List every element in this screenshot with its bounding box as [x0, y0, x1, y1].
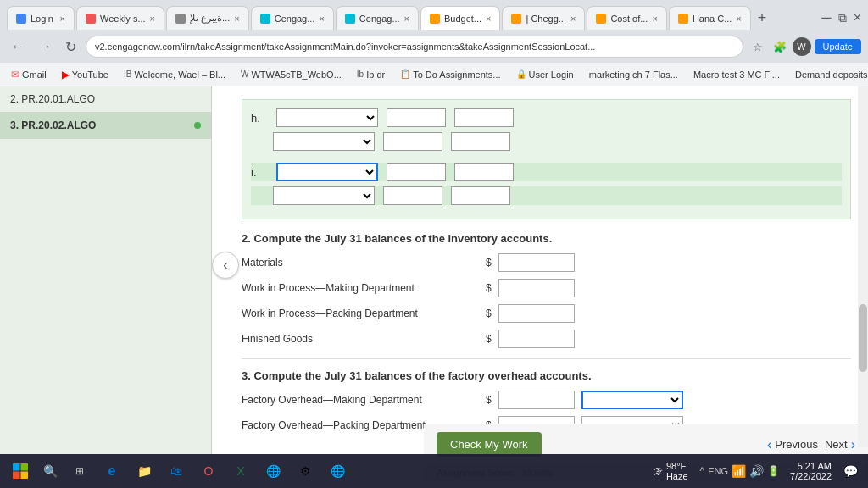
- row-i2-input1[interactable]: [383, 186, 442, 205]
- clock-date: 7/22/2022: [790, 471, 832, 481]
- row-h2-input2[interactable]: [451, 132, 510, 151]
- taskbar-folder[interactable]: 📁: [131, 458, 158, 485]
- tab-close-cost[interactable]: ×: [652, 14, 657, 24]
- taskbar-office[interactable]: O: [195, 458, 222, 485]
- tab-arabic[interactable]: ةيبرع ىلإ... ×: [166, 6, 249, 30]
- profile-icon[interactable]: W: [793, 37, 811, 56]
- row-i2: [251, 186, 842, 205]
- tab-close-login[interactable]: ×: [60, 14, 65, 24]
- back-button[interactable]: ←: [7, 37, 29, 56]
- row-i-dropdown1[interactable]: [276, 163, 378, 181]
- wifi-icon[interactable]: 📶: [732, 464, 746, 478]
- row-h-dropdown1[interactable]: [276, 108, 378, 127]
- tab-login-label: Login: [31, 14, 53, 24]
- forward-button[interactable]: →: [34, 37, 56, 56]
- weather-icon: 🌫: [654, 466, 663, 476]
- address-input[interactable]: [86, 36, 743, 58]
- wip-packing-input[interactable]: [498, 304, 575, 323]
- notification-button[interactable]: 💬: [840, 464, 861, 478]
- start-button[interactable]: [7, 458, 34, 485]
- bookmark-ib[interactable]: Ib Ib dr: [353, 68, 389, 81]
- fo-making-label: Factory Overhead—Making Department: [242, 394, 479, 406]
- row-i-dropdown2[interactable]: [273, 186, 375, 205]
- section3-title: 3. Compute the July 31 balances of the f…: [242, 369, 851, 382]
- tab-cost[interactable]: Cost of... ×: [587, 6, 666, 30]
- sidebar-item-pr2001-label: 2. PR.20.01.ALGO: [10, 93, 95, 105]
- scrollbar[interactable]: [858, 86, 868, 447]
- bookmark-demand[interactable]: Demand deposits a...: [791, 68, 868, 81]
- wip-making-input[interactable]: [498, 279, 575, 297]
- row-h2: [251, 132, 842, 151]
- wip-packing-row: Work in Process—Packing Department $: [242, 304, 851, 323]
- row-h-input2[interactable]: [454, 108, 514, 127]
- taskbar-edge[interactable]: e: [98, 458, 125, 485]
- tab-login[interactable]: Login ×: [7, 6, 75, 30]
- tab-close-weekly[interactable]: ×: [150, 14, 155, 24]
- tab-budget[interactable]: Budget... ×: [420, 6, 500, 30]
- tab-chegg[interactable]: | Chegg... ×: [502, 6, 585, 30]
- bookmark-gmail[interactable]: ✉ Gmail: [7, 67, 51, 82]
- bookmark-welcome[interactable]: IB Welcome, Wael – Bl...: [120, 68, 230, 81]
- row-h-dropdown2[interactable]: [273, 132, 375, 151]
- row-h2-input1[interactable]: [383, 132, 442, 151]
- windows-taskbar: 🔍 ⊞ e 📁 🛍 O X 🌐 ⚙ 🌐 🌫 98°F Haze ^ ENG 📶 …: [0, 454, 868, 488]
- sidebar-item-pr2002[interactable]: 3. PR.20.02.ALGO: [0, 113, 211, 139]
- sidebar-item-pr2001[interactable]: 2. PR.20.01.ALGO: [0, 86, 211, 113]
- tab-cengag2[interactable]: Cengag... ×: [336, 6, 419, 30]
- taskbar-app2[interactable]: ⚙: [292, 458, 319, 485]
- refresh-button[interactable]: ↻: [61, 37, 81, 57]
- bookmarks-bar: ✉ Gmail ▶ YouTube IB Welcome, Wael – Bl.…: [0, 63, 868, 86]
- materials-label: Materials: [242, 257, 479, 269]
- row-i2-input2[interactable]: [451, 186, 510, 205]
- restore-button[interactable]: ⧉: [838, 11, 847, 25]
- scrollbar-thumb[interactable]: [859, 304, 867, 372]
- tab-cengag1-label: Cengag...: [275, 14, 315, 24]
- taskbar-chrome[interactable]: 🌐: [324, 458, 351, 485]
- taskbar-store[interactable]: 🛍: [163, 458, 190, 485]
- close-button[interactable]: ×: [854, 10, 861, 25]
- materials-input[interactable]: [498, 253, 575, 272]
- bookmark-userlogin[interactable]: 🔒 User Login: [512, 68, 578, 81]
- extensions-icon[interactable]: 🧩: [771, 37, 789, 56]
- tab-close-hana[interactable]: ×: [736, 14, 741, 24]
- bookmark-marketing[interactable]: marketing ch 7 Flas...: [585, 68, 682, 81]
- bookmark-wtwa[interactable]: W WTWA5cTB_WebO...: [236, 68, 346, 81]
- search-taskbar[interactable]: 🔍: [39, 458, 61, 485]
- next-button[interactable]: Next ›: [825, 437, 855, 452]
- tab-close-arabic[interactable]: ×: [234, 14, 239, 24]
- row-h-input1[interactable]: [387, 108, 446, 127]
- svg-rect-1: [21, 463, 29, 471]
- bookmark-macro[interactable]: Macro test 3 MC Fl...: [689, 68, 784, 81]
- tab-cengag1[interactable]: Cengag... ×: [251, 6, 334, 30]
- tab-hana[interactable]: Hana C... ×: [669, 6, 751, 30]
- row-i-label: i.: [251, 166, 268, 179]
- fo-making-input[interactable]: [498, 391, 575, 409]
- left-nav-arrow[interactable]: ‹: [212, 252, 239, 279]
- section3-description: Compute the July 31 balances of the fact…: [253, 369, 591, 382]
- chevron-up-icon[interactable]: ^: [700, 465, 705, 477]
- wip-making-dollar: $: [486, 282, 492, 294]
- fo-making-dropdown[interactable]: [581, 391, 683, 409]
- bookmark-youtube[interactable]: ▶ YouTube: [58, 67, 113, 82]
- row-i-input2[interactable]: [454, 163, 514, 181]
- bookmark-todo[interactable]: 📋 To Do Assignments...: [396, 68, 504, 81]
- tab-close-chegg[interactable]: ×: [570, 14, 576, 24]
- finished-goods-input[interactable]: [498, 330, 575, 348]
- taskbar-excel[interactable]: X: [227, 458, 254, 485]
- minimize-button[interactable]: ─: [821, 10, 831, 25]
- tab-close-budget[interactable]: ×: [486, 14, 491, 24]
- taskbar-circle[interactable]: 🌐: [259, 458, 287, 485]
- previous-button[interactable]: ‹ Previous: [767, 437, 818, 452]
- update-button[interactable]: Update: [815, 39, 861, 54]
- chevron-left-icon: ‹: [767, 437, 771, 452]
- new-tab-button[interactable]: +: [753, 9, 772, 27]
- wip-making-label: Work in Process—Making Department: [242, 282, 479, 294]
- check-work-button[interactable]: Check My Work: [437, 432, 542, 457]
- tab-weekly[interactable]: Weekly s... ×: [76, 6, 164, 30]
- task-view-button[interactable]: ⊞: [66, 458, 93, 485]
- volume-icon[interactable]: 🔊: [749, 464, 764, 478]
- tab-close-cengag1[interactable]: ×: [319, 14, 324, 24]
- row-i-input1[interactable]: [387, 163, 446, 181]
- tab-budget-label: Budget...: [444, 14, 481, 24]
- tab-close-cengag2[interactable]: ×: [404, 14, 409, 24]
